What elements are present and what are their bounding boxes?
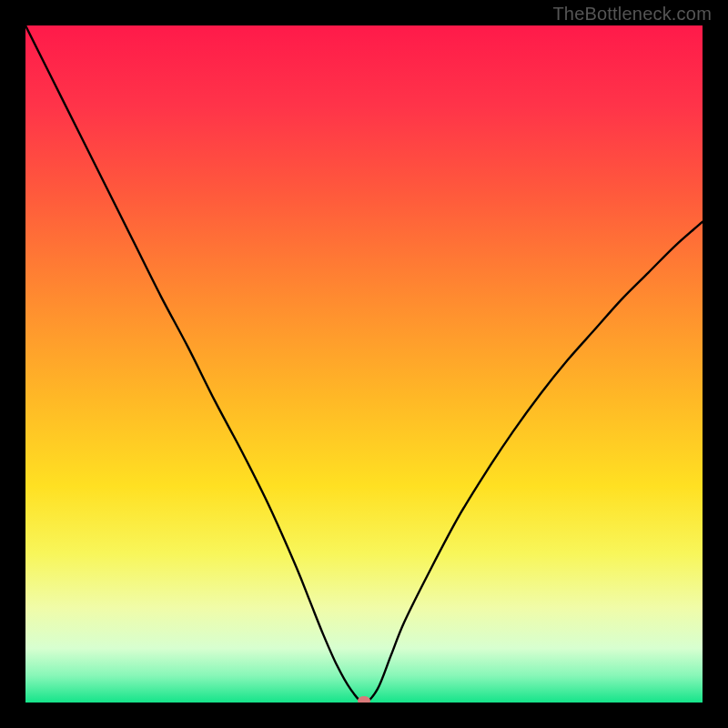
chart-container xyxy=(25,25,703,703)
bottleneck-chart xyxy=(25,25,703,703)
gradient-background xyxy=(25,25,703,703)
watermark-text: TheBottleneck.com xyxy=(552,4,712,25)
